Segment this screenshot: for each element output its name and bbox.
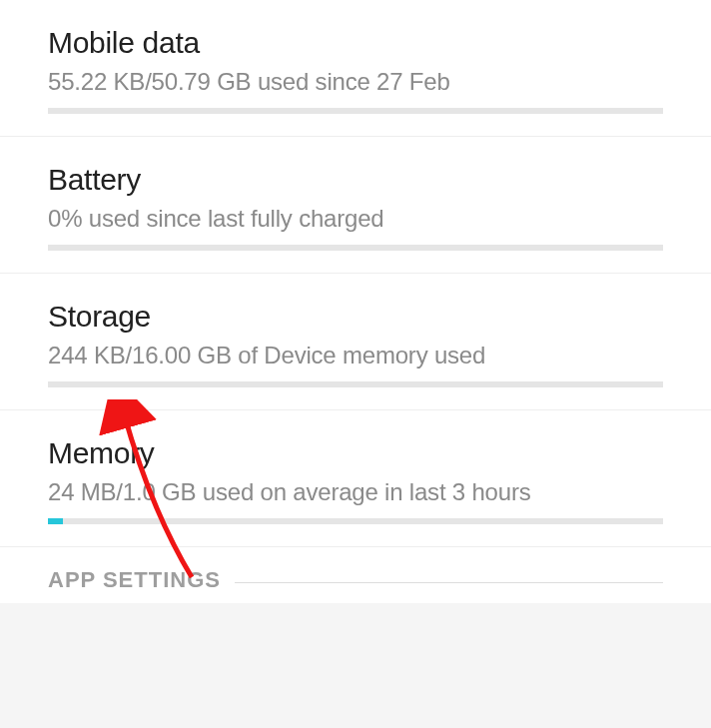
- mobile-data-title: Mobile data: [48, 26, 663, 60]
- settings-list: Mobile data 55.22 KB/50.79 GB used since…: [0, 0, 711, 603]
- memory-title: Memory: [48, 436, 663, 470]
- section-divider-line: [235, 582, 663, 583]
- app-settings-section: APP SETTINGS: [0, 547, 711, 603]
- battery-progress: [48, 245, 663, 251]
- app-settings-label: APP SETTINGS: [48, 567, 221, 593]
- mobile-data-subtitle: 55.22 KB/50.79 GB used since 27 Feb: [48, 68, 663, 96]
- memory-item[interactable]: Memory 24 MB/1.0 GB used on average in l…: [0, 410, 711, 547]
- battery-subtitle: 0% used since last fully charged: [48, 205, 663, 233]
- storage-title: Storage: [48, 300, 663, 334]
- memory-subtitle: 24 MB/1.0 GB used on average in last 3 h…: [48, 478, 663, 506]
- battery-item[interactable]: Battery 0% used since last fully charged: [0, 137, 711, 274]
- mobile-data-item[interactable]: Mobile data 55.22 KB/50.79 GB used since…: [0, 0, 711, 137]
- memory-progress: [48, 518, 663, 524]
- battery-title: Battery: [48, 163, 663, 197]
- storage-item[interactable]: Storage 244 KB/16.00 GB of Device memory…: [0, 274, 711, 410]
- storage-progress: [48, 381, 663, 387]
- storage-subtitle: 244 KB/16.00 GB of Device memory used: [48, 342, 663, 369]
- mobile-data-progress: [48, 108, 663, 114]
- memory-progress-fill: [48, 518, 63, 524]
